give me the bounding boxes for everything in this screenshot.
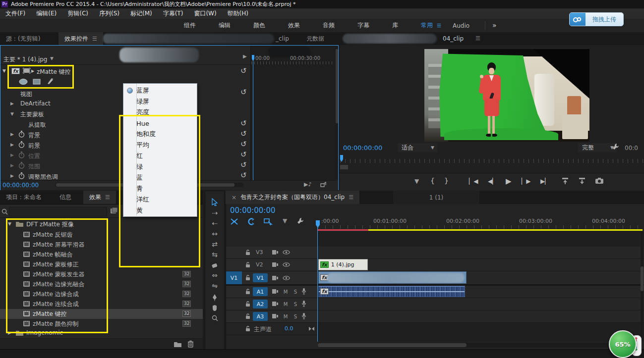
track-select-forward-tool[interactable]: ⇢ bbox=[205, 209, 224, 217]
tab-sequence-2[interactable]: 1 (1) bbox=[393, 191, 479, 204]
workspace-overflow-chevron[interactable]: » bbox=[492, 21, 497, 29]
menu-item-cyan[interactable]: 青 bbox=[123, 183, 197, 194]
program-timecode[interactable]: 00:00:00:00 bbox=[343, 144, 382, 152]
track-lane-v3[interactable] bbox=[318, 247, 644, 259]
fg-caret[interactable]: ▶ bbox=[10, 142, 14, 147]
ec-v-scrollbar[interactable] bbox=[336, 46, 338, 180]
slide-tool[interactable]: ⇋ bbox=[205, 282, 224, 290]
clip-selector[interactable]: 主要 * 1 (4).jpg bbox=[3, 55, 47, 64]
go-to-in-button[interactable]: ▏◀ bbox=[469, 178, 478, 185]
menu-item-green[interactable]: 绿 bbox=[123, 161, 197, 172]
lock-icon[interactable] bbox=[245, 249, 251, 256]
menu-item-blue[interactable]: 蓝 bbox=[123, 172, 197, 183]
timeline-v-scrollbar[interactable] bbox=[641, 232, 644, 341]
effect-item[interactable]: zMatte 连续合成 32 bbox=[0, 299, 203, 309]
bg-stopwatch-icon[interactable] bbox=[18, 131, 25, 138]
effects-panel-menu-icon[interactable]: ☰ bbox=[105, 194, 110, 201]
track-label-a3[interactable]: A3 bbox=[253, 312, 268, 321]
mute-button[interactable]: M bbox=[282, 312, 290, 320]
sync-lock-icon[interactable] bbox=[272, 250, 279, 255]
track-select-backward-tool[interactable]: ⇠ bbox=[205, 219, 224, 227]
effect-item[interactable]: zMatte 蒙板发生器 32 bbox=[0, 269, 203, 279]
export-frame-button[interactable] bbox=[595, 177, 604, 184]
workspace-tab-assembly[interactable]: 组件 bbox=[173, 21, 207, 30]
rate-stretch-tool[interactable]: ⇆ bbox=[205, 251, 224, 258]
timeline-settings-wrench-icon[interactable] bbox=[296, 217, 304, 225]
reset-pos-icon[interactable]: ↺ bbox=[240, 151, 247, 158]
lift-button[interactable] bbox=[561, 177, 569, 185]
track-lane-a3[interactable] bbox=[318, 310, 644, 323]
track-lane-v2[interactable]: fx 1 (4).jpg bbox=[318, 259, 644, 271]
reset-bg-icon[interactable]: ↺ bbox=[240, 130, 247, 137]
menu-help[interactable]: 帮助(H) bbox=[222, 9, 254, 18]
menu-sequence[interactable]: 序列(S) bbox=[94, 9, 125, 18]
solo-button[interactable]: S bbox=[292, 288, 299, 296]
clip-v1-video[interactable]: fx bbox=[318, 271, 467, 284]
lock-icon[interactable] bbox=[245, 261, 251, 268]
workspace-tab-effects[interactable]: 效果 bbox=[277, 21, 311, 30]
go-to-out-button[interactable]: ▶▏ bbox=[540, 178, 549, 185]
program-scrollbar-nub[interactable] bbox=[340, 165, 348, 169]
effects-folder-name[interactable]: DFT zMatte 抠像 bbox=[26, 220, 74, 229]
workspace-tab-library[interactable]: 库 bbox=[381, 21, 410, 30]
solo-button[interactable]: S bbox=[292, 312, 299, 320]
drag-upload-button[interactable]: 拖拽上传 bbox=[569, 12, 624, 26]
track-visibility-eye-icon[interactable] bbox=[283, 250, 290, 255]
export-frame-small-icon[interactable] bbox=[320, 182, 327, 188]
tab-info[interactable]: 信息 bbox=[54, 191, 77, 204]
program-tab-label[interactable]: 04_clip bbox=[443, 35, 464, 42]
new-preset-bin-icon[interactable] bbox=[110, 207, 118, 214]
master-track-label[interactable]: 主声道 bbox=[254, 325, 272, 334]
menu-item-saturation[interactable]: 饱和度 bbox=[123, 129, 197, 140]
mute-button[interactable]: M bbox=[282, 288, 290, 296]
pen-mask-icon[interactable] bbox=[46, 77, 54, 85]
sync-lock-icon[interactable] bbox=[272, 262, 279, 267]
menu-edit[interactable]: 编辑(E) bbox=[31, 9, 62, 18]
menu-item-magenta[interactable]: 洋红 bbox=[123, 194, 197, 205]
new-bin-icon[interactable] bbox=[174, 341, 182, 348]
effect-item[interactable]: zMatte 颜色抑制 32 bbox=[0, 319, 203, 329]
fg-stopwatch-icon[interactable] bbox=[18, 141, 25, 148]
range-caret[interactable]: ▶ bbox=[10, 163, 14, 168]
show-keyframes-toggle-icon[interactable]: ▶ bbox=[243, 53, 247, 59]
adjust-stopwatch-icon[interactable] bbox=[18, 172, 25, 179]
reset-adjust-icon[interactable]: ↺ bbox=[240, 172, 247, 179]
clip-selector-caret-icon[interactable]: ▼ bbox=[50, 56, 54, 61]
effect-collapse-caret[interactable]: ▼ bbox=[2, 68, 6, 73]
reset-fg-icon[interactable]: ↺ bbox=[240, 141, 247, 148]
zoom-level-dropdown[interactable]: 适合 ▼ bbox=[398, 143, 437, 152]
lock-icon[interactable] bbox=[245, 301, 251, 307]
lock-icon[interactable] bbox=[245, 325, 251, 332]
track-lane-v1[interactable]: fx bbox=[318, 271, 644, 285]
mic-record-icon[interactable] bbox=[301, 300, 306, 307]
close-tab-icon[interactable]: × bbox=[232, 194, 236, 201]
mic-record-icon[interactable] bbox=[301, 312, 306, 320]
sync-lock-icon[interactable] bbox=[272, 289, 279, 294]
pen-tool[interactable] bbox=[212, 294, 218, 301]
range-stopwatch-icon[interactable] bbox=[18, 162, 25, 169]
timeline-h-scrollbar[interactable] bbox=[318, 343, 640, 348]
panel-menu-icon[interactable]: ☰ bbox=[92, 36, 97, 42]
menu-item-yellow[interactable]: 黄 bbox=[123, 205, 197, 216]
menu-window[interactable]: 窗口(W) bbox=[188, 9, 222, 18]
workspace-tab-common[interactable]: 常用 bbox=[410, 21, 437, 30]
timeline-ruler-ticks[interactable] bbox=[318, 225, 644, 229]
reset-view-icon[interactable]: ↺ bbox=[240, 89, 247, 96]
effect-item[interactable]: zMatte 帧融合 bbox=[0, 250, 203, 259]
reset-effect-icon[interactable]: ↺ bbox=[240, 67, 247, 74]
add-marker-button[interactable]: ▼ bbox=[414, 178, 419, 185]
workspace-tab-color[interactable]: 颜色 bbox=[242, 21, 277, 30]
lock-icon[interactable] bbox=[245, 274, 251, 281]
menu-item-average[interactable]: 平均 bbox=[123, 140, 197, 151]
track-lane-a1[interactable]: fx bbox=[318, 286, 644, 298]
play-button[interactable]: ▶ bbox=[506, 177, 512, 186]
delete-trash-icon[interactable] bbox=[187, 340, 194, 348]
rolling-edit-tool[interactable]: ⇄ bbox=[205, 240, 224, 248]
track-label-v1[interactable]: V1 bbox=[253, 273, 268, 282]
search-input[interactable] bbox=[9, 207, 107, 216]
folder2-caret[interactable]: ▶ bbox=[8, 330, 11, 335]
ec-timecode[interactable]: 00:00:00:00 bbox=[2, 182, 39, 189]
clip-v2-image[interactable]: fx 1 (4).jpg bbox=[318, 259, 368, 270]
effect-item[interactable]: zMatte 屏幕平滑器 bbox=[0, 240, 203, 250]
timeline-panel-menu-icon[interactable]: ☰ bbox=[349, 194, 353, 201]
